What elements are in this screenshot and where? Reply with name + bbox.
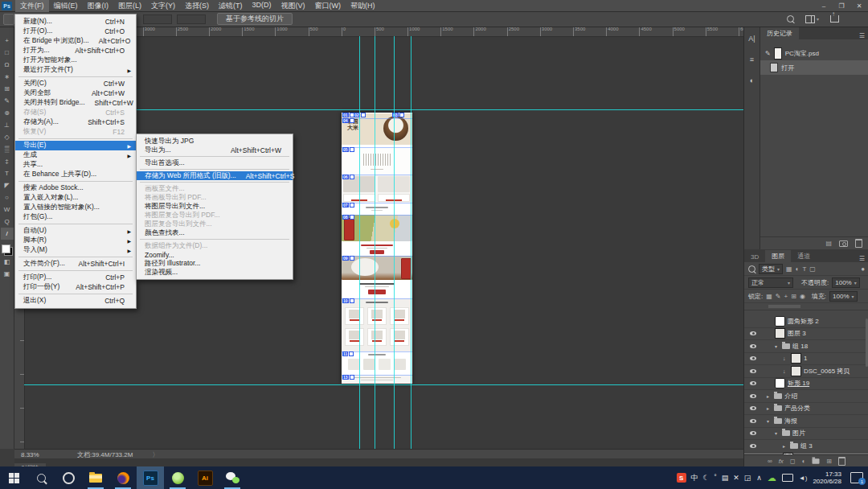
volume-icon[interactable]: ◄) (799, 475, 808, 482)
menu-item[interactable]: 存储为 Web 所用格式 (旧版)...Alt+Shift+Ctrl+S (137, 171, 293, 180)
shape-thumbnail[interactable] (775, 316, 785, 327)
eye-icon[interactable] (750, 331, 756, 335)
restore-button[interactable]: ❐ (833, 2, 850, 10)
menu-item[interactable]: 搜索 Adobe Stock... (15, 183, 136, 193)
menu-item[interactable]: 打包(G)... (15, 212, 136, 222)
slice-badge[interactable]: 07 (342, 203, 354, 208)
menu-item[interactable]: 打开为...Alt+Shift+Ctrl+O (15, 46, 136, 55)
minimize-button[interactable]: – (815, 2, 833, 10)
eye-icon[interactable] (750, 394, 756, 398)
visibility-cell[interactable] (747, 444, 759, 448)
menu-item[interactable]: 置入嵌入对象(L)... (15, 193, 136, 203)
menu-item[interactable]: 打印一份(Y)Alt+Shift+Ctrl+P (15, 282, 136, 292)
lock-pixels-icon[interactable]: ✎ (776, 293, 781, 300)
firefox-icon[interactable] (109, 466, 137, 489)
status-chevron-icon[interactable]: 〉 (152, 450, 158, 459)
menu-item[interactable]: 关闭全部Alt+Ctrl+W (15, 88, 136, 98)
menu-item[interactable]: 生成▶ (15, 150, 136, 160)
eye-icon[interactable] (750, 344, 756, 348)
layer-row[interactable]: ▸产品分类 (744, 403, 868, 416)
type-tool[interactable]: T (1, 167, 14, 179)
slice-badge[interactable]: 08 (342, 215, 354, 220)
workspace-icon[interactable] (805, 15, 815, 23)
menu-item[interactable]: 新建(N)...Ctrl+N (15, 17, 136, 27)
panel-menu-icon[interactable]: ☰ (855, 32, 868, 39)
layer-row[interactable]: 图层 3 (744, 328, 868, 341)
history-item[interactable]: ✎PC淘宝.psd (760, 46, 868, 60)
filter-pixel-icon[interactable]: ▦ (786, 265, 792, 273)
tab-图层[interactable]: 图层 (765, 250, 791, 262)
file-explorer-icon[interactable] (82, 466, 109, 489)
visibility-cell[interactable] (747, 394, 759, 398)
link-layers-icon[interactable]: ∞ (768, 458, 772, 465)
slice-badge[interactable]: 06 (342, 175, 354, 179)
visibility-cell[interactable] (747, 419, 759, 423)
blend-mode-select[interactable]: 正常▾ (748, 277, 793, 288)
menubar-item[interactable]: 3D(D) (248, 0, 276, 12)
path-select-tool[interactable]: ◤ (1, 179, 14, 191)
menu-item[interactable]: 导出(E)▶ (15, 141, 136, 150)
eye-icon[interactable] (750, 406, 756, 410)
tab-history[interactable]: 历史记录 (760, 27, 799, 39)
guide-vertical[interactable] (375, 36, 375, 449)
tray-chevron-icon[interactable]: ∧ (756, 474, 762, 482)
layer-thumbnail[interactable] (775, 328, 785, 339)
ime-chinese-indicator[interactable]: 中 (691, 473, 698, 483)
layer-mask-icon[interactable]: ◻ (790, 458, 796, 465)
history-item[interactable]: 打开 (760, 60, 868, 75)
menu-item[interactable]: 在 Behance 上共享(D)... (15, 170, 136, 179)
menu-item[interactable]: 共享... (15, 160, 136, 170)
clock[interactable]: 17:33 2020/6/28 (813, 471, 841, 485)
menu-item[interactable]: 自动(U)▶ (15, 226, 136, 236)
visibility-cell[interactable] (747, 381, 759, 385)
shape-thumbnail[interactable] (775, 378, 785, 388)
filter-type-icon[interactable]: T (802, 265, 806, 273)
active-tool-icon[interactable] (3, 14, 14, 25)
menubar-item[interactable]: 文件(F) (15, 0, 49, 12)
tab-通道[interactable]: 通道 (791, 250, 817, 262)
menu-item[interactable]: 脚本(R)▶ (15, 236, 136, 245)
guide-horizontal[interactable] (24, 384, 743, 385)
eye-icon[interactable] (750, 369, 756, 373)
layer-row[interactable]: ▾海报 (744, 415, 868, 428)
search-button[interactable] (27, 466, 55, 489)
move-tool[interactable]: + (1, 35, 14, 47)
fill-select[interactable]: 100%▾ (829, 291, 857, 302)
menu-item[interactable]: 导出为...Alt+Shift+Ctrl+W (137, 146, 293, 154)
slice-badge[interactable]: 09 (342, 256, 354, 261)
layer-row[interactable]: ▾图片 (744, 428, 868, 441)
menu-item[interactable]: 渲染视频... (137, 268, 293, 277)
layer-thumbnail[interactable] (791, 353, 801, 364)
delete-state-icon[interactable] (855, 239, 862, 248)
menu-item[interactable]: 导入(M)▶ (15, 245, 136, 255)
layer-row[interactable]: ↓1 (744, 353, 868, 366)
expand-arrow-icon[interactable]: ▾ (775, 343, 780, 349)
quick-mask-button[interactable]: ◧ (1, 256, 14, 268)
collapse-arrow-icon[interactable]: ▸ (767, 405, 772, 411)
menu-item[interactable]: 关闭(C)Ctrl+W (15, 79, 136, 88)
history-brush-icon[interactable]: ✎ (765, 50, 771, 57)
crop-tool[interactable]: ⊞ (1, 83, 14, 95)
delete-layer-icon[interactable] (838, 457, 845, 466)
edit-icon[interactable]: ◲ (744, 474, 751, 482)
menubar-item[interactable]: 图层(L) (113, 0, 146, 12)
menu-item[interactable]: 存储为(A)...Shift+Ctrl+S (15, 117, 136, 127)
panel-menu-icon[interactable]: ☰ (855, 255, 868, 262)
degree-icon[interactable]: ˚ (714, 474, 717, 482)
illustrator-icon[interactable]: Ai (191, 466, 219, 489)
menubar-item[interactable]: 视图(V) (276, 0, 310, 12)
layer-style-icon[interactable]: fx (779, 458, 784, 465)
cortana-button[interactable] (55, 466, 82, 489)
layer-row[interactable]: 矩形 19 (744, 378, 868, 391)
eraser-tool[interactable]: ◇ (1, 131, 14, 143)
new-snapshot-icon[interactable] (839, 240, 848, 247)
browser-360-icon[interactable] (164, 466, 191, 489)
keyboard-icon[interactable]: ▤ (722, 474, 729, 482)
search-icon[interactable] (787, 15, 794, 23)
slices-from-guides-button[interactable]: 基于参考线的切片 (217, 13, 293, 25)
healing-tool[interactable]: ⊕ (1, 107, 14, 119)
notification-center-icon[interactable]: 1 (850, 472, 863, 483)
guide-vertical[interactable] (394, 36, 395, 449)
layer-row[interactable]: ▾组 18 (744, 340, 868, 353)
opacity-select[interactable]: 100%▾ (832, 277, 859, 288)
